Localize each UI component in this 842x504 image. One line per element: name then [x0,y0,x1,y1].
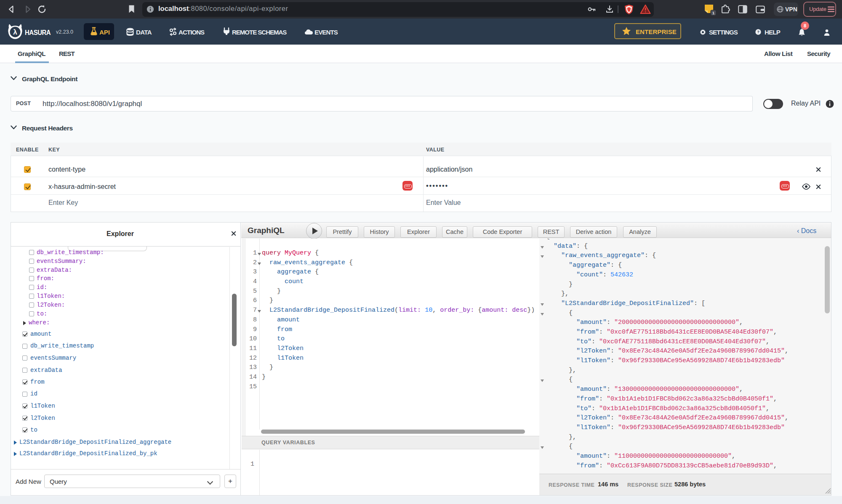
svg-text:?: ? [757,30,759,34]
svg-text:1: 1 [712,11,714,15]
svg-text:λ: λ [13,28,17,36]
